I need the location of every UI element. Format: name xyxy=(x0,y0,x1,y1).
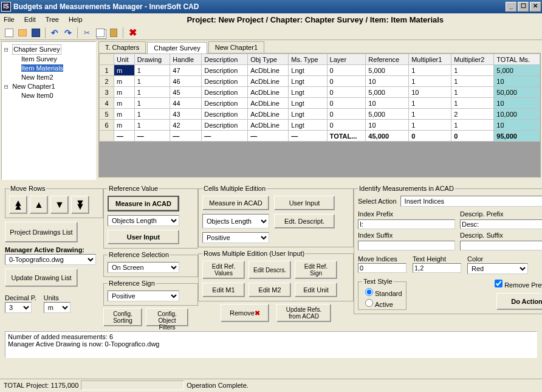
close-button[interactable]: ✕ xyxy=(530,2,541,12)
menu-edit[interactable]: Edit xyxy=(24,16,36,23)
remove-button[interactable]: Remove✖ xyxy=(221,304,269,322)
column-header[interactable]: Multiplier1 xyxy=(409,54,451,65)
grid-cell[interactable]: 1 xyxy=(451,76,494,87)
grid-cell[interactable]: m xyxy=(114,76,135,87)
grid-cell[interactable]: Description xyxy=(202,87,248,98)
column-header[interactable]: Reference xyxy=(366,54,409,65)
descrip-prefix-input[interactable] xyxy=(460,219,542,229)
column-header[interactable]: Description xyxy=(202,54,248,65)
edit-unit-button[interactable]: Edit Unit xyxy=(295,283,337,297)
delete-icon[interactable]: ✖ xyxy=(127,27,138,38)
grid-cell[interactable]: 10,000 xyxy=(494,109,540,120)
grid-cell[interactable]: 10 xyxy=(409,87,451,98)
grid-cell[interactable]: 43 xyxy=(170,109,202,120)
grid-cell[interactable]: 44 xyxy=(170,98,202,109)
project-drawings-list-button[interactable]: Project Drawings List xyxy=(5,222,78,242)
grid-cell[interactable]: 1 xyxy=(409,65,451,76)
reference-value-select[interactable]: Objects Length xyxy=(108,215,179,226)
grid-cell[interactable]: 1 xyxy=(134,65,170,76)
grid-cell[interactable]: 1 xyxy=(134,109,170,120)
grid-cell[interactable]: 10 xyxy=(494,76,540,87)
row-header[interactable]: 2 xyxy=(100,76,114,87)
grid-cell[interactable]: Description xyxy=(202,120,248,131)
grid-cell[interactable]: 10 xyxy=(366,120,409,131)
decimal-p-select[interactable]: 3 xyxy=(5,302,32,313)
grid-cell[interactable]: 50,000 xyxy=(494,87,540,98)
grid-cell[interactable]: AcDbLine xyxy=(248,87,289,98)
grid-cell[interactable]: 1 xyxy=(451,87,494,98)
grid-cell[interactable]: Description xyxy=(202,98,248,109)
tab-new-chapter1[interactable]: New Chapter1 xyxy=(208,41,264,53)
undo-icon[interactable]: ↶ xyxy=(49,27,60,38)
copy-icon[interactable] xyxy=(95,27,106,38)
grid-cell[interactable]: 1 xyxy=(409,109,451,120)
grid-cell[interactable]: 1 xyxy=(409,76,451,87)
tree-node-new-chapter1[interactable]: ⊟ New Chapter1 xyxy=(4,82,93,91)
measure-in-acad-button[interactable]: Measure in ACAD xyxy=(108,196,179,211)
save-icon[interactable] xyxy=(30,27,41,38)
column-header[interactable]: TOTAL Ms. xyxy=(494,54,540,65)
grid-cell[interactable]: AcDbLine xyxy=(248,109,289,120)
new-icon[interactable] xyxy=(4,27,15,38)
grid-cell[interactable]: AcDbLine xyxy=(248,65,289,76)
redo-icon[interactable]: ↷ xyxy=(63,27,74,38)
grid-cell[interactable]: 1 xyxy=(451,120,494,131)
grid-cell[interactable]: 10 xyxy=(494,98,540,109)
grid-cell[interactable]: Lngt xyxy=(289,120,327,131)
reference-selection-select[interactable]: On Screen xyxy=(108,262,179,273)
grid-cell[interactable]: 10 xyxy=(366,98,409,109)
cells-edt-descript-button[interactable]: Edt. Descript. xyxy=(274,214,335,229)
descrip-suffix-input[interactable] xyxy=(460,241,542,250)
grid-cell[interactable]: 10 xyxy=(494,120,540,131)
grid-cell[interactable]: Lngt xyxy=(289,65,327,76)
column-header[interactable]: Ms. Type xyxy=(289,54,327,65)
edit-ref-values-button[interactable]: Edit Ref. Values xyxy=(202,261,245,279)
tree-node-item-materials[interactable]: Item Materials xyxy=(21,64,63,72)
minimize-button[interactable]: _ xyxy=(506,2,516,12)
index-suffix-input[interactable] xyxy=(358,241,455,250)
maximize-button[interactable]: ☐ xyxy=(518,2,529,12)
grid-cell[interactable]: Lngt xyxy=(289,98,327,109)
paste-icon[interactable] xyxy=(108,27,119,38)
cut-icon[interactable]: ✂ xyxy=(81,27,92,38)
grid-cell[interactable]: 1 xyxy=(134,120,170,131)
cells-positive-select[interactable]: Positive xyxy=(202,232,269,243)
grid-cell[interactable]: m xyxy=(114,120,135,131)
grid-cell[interactable]: m xyxy=(114,98,135,109)
row-header[interactable]: 5 xyxy=(100,109,114,120)
grid-cell[interactable]: 47 xyxy=(170,65,202,76)
units-select[interactable]: m xyxy=(44,302,70,313)
grid-cell[interactable]: AcDbLine xyxy=(248,98,289,109)
grid-cell[interactable]: AcDbLine xyxy=(248,120,289,131)
grid-cell[interactable]: 5,000 xyxy=(366,87,409,98)
row-header[interactable]: 3 xyxy=(100,87,114,98)
row-header[interactable]: 6 xyxy=(100,120,114,131)
grid-cell[interactable]: 0 xyxy=(327,87,366,98)
grid-cell[interactable]: m xyxy=(114,109,135,120)
text-height-input[interactable] xyxy=(413,263,461,273)
cells-objects-length-select[interactable]: Objects Length xyxy=(202,214,269,229)
cells-user-input-button[interactable]: User Input xyxy=(274,196,335,210)
do-action-button[interactable]: Do Action xyxy=(496,293,542,310)
grid-cell[interactable]: 5,000 xyxy=(366,109,409,120)
column-header[interactable]: Multiplier2 xyxy=(451,54,494,65)
row-header[interactable]: 1 xyxy=(100,65,114,76)
grid-cell[interactable]: 0 xyxy=(327,98,366,109)
tab-t-chapters[interactable]: T. Chapters xyxy=(98,41,146,53)
grid-cell[interactable]: 1 xyxy=(451,98,494,109)
move-up-button[interactable]: ▲ xyxy=(30,196,48,214)
edit-m2-button[interactable]: Edit M2 xyxy=(249,283,291,297)
manager-active-drawing-select[interactable]: 0-Topografico.dwg xyxy=(5,254,96,265)
grid-cell[interactable]: 5,000 xyxy=(366,65,409,76)
grid-cell[interactable]: 45 xyxy=(170,87,202,98)
column-header[interactable]: Drawing xyxy=(134,54,170,65)
grid-cell[interactable]: Lngt xyxy=(289,87,327,98)
grid-cell[interactable]: Description xyxy=(202,109,248,120)
grid-cell[interactable]: 5,000 xyxy=(494,65,540,76)
grid-cell[interactable]: 1 xyxy=(451,65,494,76)
measurements-grid[interactable]: UnitDrawingHandleDescriptionObj TypeMs. … xyxy=(99,53,540,142)
grid-cell[interactable]: m xyxy=(114,65,135,76)
grid-cell[interactable]: 0 xyxy=(327,65,366,76)
column-header[interactable]: Handle xyxy=(170,54,202,65)
grid-cell[interactable]: 10 xyxy=(366,76,409,87)
